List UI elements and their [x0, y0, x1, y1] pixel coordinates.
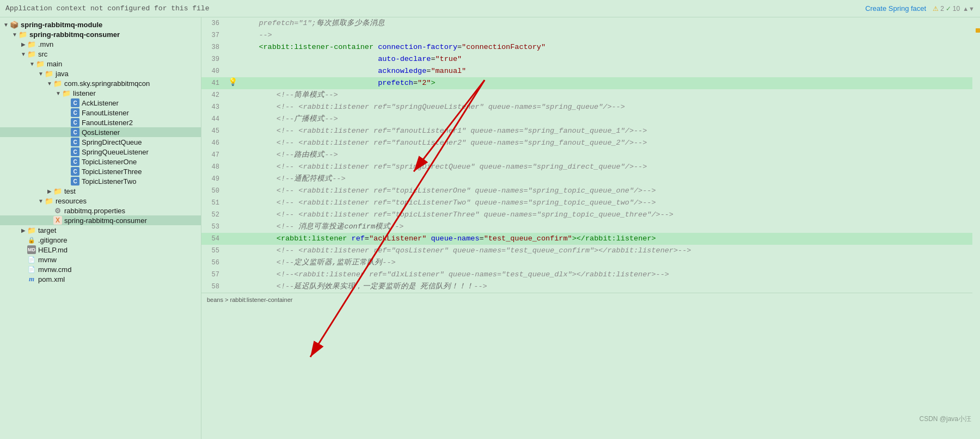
folder-java-icon: 📁 — [45, 69, 53, 78]
sidebar-item-springqueuelistener[interactable]: C SpringQueueListener — [0, 147, 201, 157]
sidebar-item-topiclistenerone[interactable]: C TopicListenerOne — [0, 157, 201, 166]
line-content-37: --> — [239, 29, 980, 41]
arrow-resources: ▼ — [37, 197, 45, 205]
line-num-42: 42 — [201, 89, 226, 101]
sidebar-item-consumer[interactable]: ▼ 📁 spring-rabbitmq-consumer — [0, 29, 201, 39]
folder-target-icon: 📁 — [27, 226, 36, 234]
line-content-49: <!--通配符模式--> — [239, 173, 980, 185]
line-content-42: <!--简单模式--> — [239, 89, 980, 101]
expand-icon[interactable]: ▲▼ — [963, 5, 975, 12]
folder-main-icon: 📁 — [36, 59, 45, 68]
sidebar-item-acklistener[interactable]: C AckListener — [0, 98, 201, 108]
create-spring-facet-link[interactable]: Create Spring facet — [865, 4, 926, 13]
code-line-48: 48 <!-- <rabbit:listener ref="springDire… — [201, 161, 980, 173]
line-content-45: <!-- <rabbit:listener ref="fanoutListene… — [239, 125, 980, 137]
sidebar-item-topiclistenertwo[interactable]: C TopicListenerTwo — [0, 176, 201, 186]
code-line-58: 58 <!--延迟队列效果实现，一定要监听的是 死信队列！！！--> — [201, 281, 980, 293]
line-content-55: <!-- <rabbit:listener ref="qosListener" … — [239, 245, 980, 257]
resources-label: resources — [56, 197, 87, 205]
line-content-48: <!-- <rabbit:listener ref="springDirectQ… — [239, 161, 980, 173]
topiclistenerone-label: TopicListenerOne — [82, 158, 137, 166]
code-line-43: 43 <!-- <rabbit:listener ref="springQueu… — [201, 101, 980, 113]
line-content-40: acknowledge="manual" — [239, 65, 980, 77]
line-num-48: 48 — [201, 161, 226, 173]
line-num-50: 50 — [201, 185, 226, 197]
topiclistenertwo-label: TopicListenerTwo — [82, 177, 136, 186]
qoslistener-label: QosListener — [82, 128, 120, 137]
gitignore-label: .gitignore — [38, 236, 67, 244]
class-icon-qos: C — [71, 128, 79, 137]
fanoutlistener2-label: FanoutListener2 — [82, 119, 133, 127]
acklistener-label: AckListener — [82, 99, 119, 107]
code-line-52: 52 <!-- <rabbit:listener ref="topicListe… — [201, 209, 980, 221]
com-sky-label: com.sky.springrabbitmqcon — [64, 79, 150, 88]
sidebar-item-java[interactable]: ▼ 📁 java — [0, 69, 201, 78]
arrow-mvn: ▶ — [20, 40, 27, 48]
arrow-target: ▶ — [20, 226, 27, 234]
line-content-54: <rabbit:listener ref="ackListener" queue… — [239, 233, 980, 245]
sidebar-item-fanoutlistener2[interactable]: C FanoutListener2 — [0, 118, 201, 127]
code-line-38: 38 <rabbit:listener-container connection… — [201, 41, 980, 53]
code-line-45: 45 <!-- <rabbit:listener ref="fanoutList… — [201, 125, 980, 137]
warning-count: 2 — [940, 5, 944, 13]
sidebar-item-com-sky[interactable]: ▼ 📁 com.sky.springrabbitmqcon — [0, 78, 201, 88]
sidebar-item-rabbitmq-props[interactable]: ⚙ rabbitmq.properties — [0, 206, 201, 215]
sidebar-item-gitignore[interactable]: 🔒 .gitignore — [0, 235, 201, 245]
sidebar-item-test[interactable]: ▶ 📁 test — [0, 186, 201, 196]
sidebar-item-src[interactable]: ▼ 📁 src — [0, 49, 201, 59]
listener-label: listener — [73, 89, 96, 97]
class-icon-springdirect: C — [71, 138, 79, 146]
line-num-38: 38 — [201, 41, 226, 53]
line-content-39: auto-declare="true" — [239, 53, 980, 65]
line-content-57: <!--<rabbit:listener ref="dlxListener" q… — [239, 269, 980, 281]
sidebar-item-qoslistener[interactable]: C QosListener — [0, 127, 201, 137]
sidebar-item-spring-xml[interactable]: X spring-rabbitmq-consumer — [0, 215, 201, 225]
code-line-40: 40 acknowledge="manual" — [201, 65, 980, 77]
pom-xml-label: pom.xml — [38, 275, 65, 283]
gitignore-icon: 🔒 — [27, 236, 36, 244]
sidebar-item-mvnw-cmd[interactable]: 📄 mvnw.cmd — [0, 264, 201, 274]
code-line-36: 36 prefetch="1";每次抓取多少条消息 — [201, 17, 980, 29]
arrow-listener: ▼ — [54, 89, 62, 97]
breadcrumb-text: beans > rabbit:listener-container — [207, 296, 292, 303]
folder-listener-icon: 📁 — [62, 89, 71, 97]
warning-icon: ⚠ — [933, 5, 939, 13]
sidebar-item-resources[interactable]: ▼ 📁 resources — [0, 196, 201, 206]
sidebar-root-module[interactable]: ▼ 📦 spring-rabbitmq-module — [0, 20, 201, 29]
line-num-57: 57 — [201, 269, 226, 281]
line-content-44: <!--广播模式--> — [239, 113, 980, 125]
mvnw-cmd-icon: 📄 — [27, 265, 36, 274]
sidebar-item-mvnw[interactable]: 📄 mvnw — [0, 255, 201, 264]
line-content-46: <!-- <rabbit:listener ref="fanoutListene… — [239, 137, 980, 149]
sidebar-item-springdirectqueue[interactable]: C SpringDirectQueue — [0, 137, 201, 147]
code-editor[interactable]: 36 prefetch="1";每次抓取多少条消息 37 --> 38 <rab… — [201, 17, 980, 306]
line-num-54: 54 — [201, 233, 226, 245]
sidebar-item-help-md[interactable]: MD HELP.md — [0, 245, 201, 255]
code-line-47: 47 <!--路由模式--> — [201, 149, 980, 161]
test-label: test — [64, 187, 76, 195]
springqueuelistener-label: SpringQueueListener — [82, 148, 149, 156]
sidebar-item-target[interactable]: ▶ 📁 target — [0, 225, 201, 235]
props-icon: ⚙ — [53, 206, 62, 215]
sidebar-item-pom-xml[interactable]: m pom.xml — [0, 274, 201, 284]
module-icon: 📦 — [10, 20, 19, 29]
sidebar-item-topiclistenerthree[interactable]: C TopicListenerThree — [0, 166, 201, 176]
lightbulb-icon[interactable]: 💡 — [228, 77, 237, 86]
sidebar-item-main[interactable]: ▼ 📁 main — [0, 59, 201, 69]
line-content-51: <!-- <rabbit:listener ref="topicListener… — [239, 197, 980, 209]
class-icon-topic2: C — [71, 177, 79, 186]
warning-badge: ⚠ 2 ✓ 10 ▲▼ — [933, 5, 975, 13]
line-num-56: 56 — [201, 257, 226, 269]
top-bar: Application context not configured for t… — [0, 0, 980, 17]
main-label: main — [47, 60, 62, 68]
sidebar-item-mvn[interactable]: ▶ 📁 .mvn — [0, 39, 201, 49]
mvn-label: .mvn — [38, 40, 53, 48]
line-num-44: 44 — [201, 113, 226, 125]
sidebar-item-listener[interactable]: ▼ 📁 listener — [0, 88, 201, 98]
arrow-expand: ▼ — [2, 21, 10, 28]
gutter-41: 💡 — [226, 77, 239, 86]
line-num-46: 46 — [201, 137, 226, 149]
sidebar-item-fanoutlistener[interactable]: C FanoutListener — [0, 108, 201, 118]
java-label: java — [56, 70, 69, 78]
class-icon-topic1: C — [71, 157, 79, 166]
